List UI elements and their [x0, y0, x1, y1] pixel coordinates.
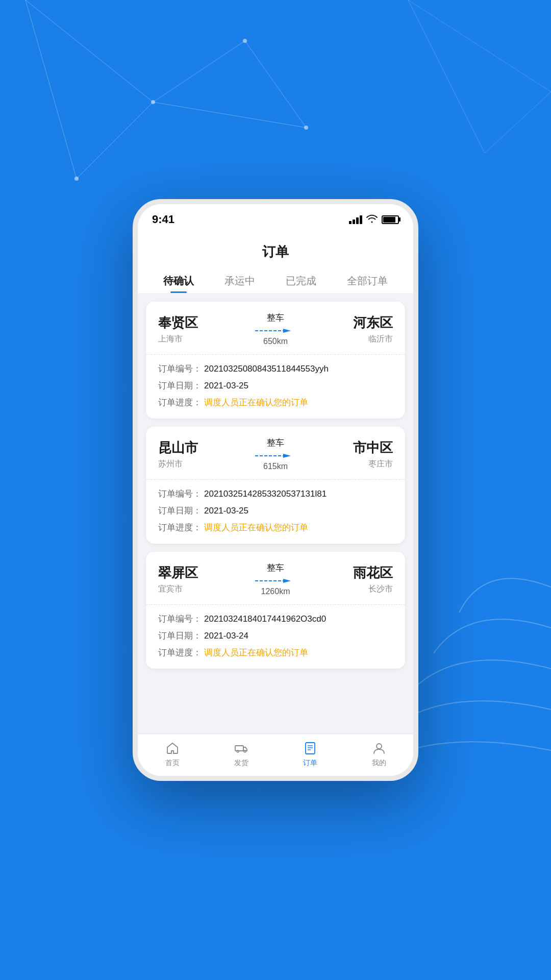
order-card-3[interactable]: 翠屏区 宜宾市 整车 1260km: [146, 552, 405, 669]
svg-line-12: [408, 0, 485, 153]
svg-point-21: [244, 750, 246, 752]
card-route-3: 翠屏区 宜宾市 整车 1260km: [146, 552, 405, 605]
svg-line-11: [485, 92, 551, 153]
svg-point-9: [304, 126, 308, 130]
tab-all[interactable]: 全部订单: [341, 269, 394, 293]
bottom-nav: 首页 发货: [138, 733, 413, 776]
svg-line-10: [408, 0, 551, 92]
nav-home[interactable]: 首页: [138, 740, 207, 768]
order-card-1[interactable]: 奉贤区 上海市 整车 650km 河: [146, 302, 405, 419]
status-bar: 9:41: [138, 204, 413, 235]
tab-completed[interactable]: 已完成: [280, 269, 322, 293]
svg-point-7: [74, 177, 79, 181]
status-time: 9:41: [152, 213, 174, 226]
nav-ship-label: 发货: [234, 758, 248, 768]
svg-point-6: [151, 100, 155, 104]
order-card-2[interactable]: 昆山市 苏州市 整车 615km 市: [146, 427, 405, 544]
phone-shell: 9:41 订单: [133, 199, 418, 781]
order-no-row-2: 订单编号： 20210325142853320537131l81: [158, 488, 393, 500]
order-progress-row-3: 订单进度： 调度人员正在确认您的订单: [158, 647, 393, 658]
svg-marker-16: [283, 454, 291, 458]
route-middle-1: 整车 650km: [249, 312, 302, 346]
svg-line-2: [26, 0, 77, 179]
order-date-row-2: 订单日期： 2021-03-25: [158, 505, 393, 517]
order-date-row-1: 订单日期： 2021-03-25: [158, 380, 393, 391]
to-city-2: 市中区 枣庄市: [302, 439, 393, 470]
tab-pending[interactable]: 待确认: [157, 269, 200, 293]
profile-icon: [371, 740, 387, 756]
nav-orders[interactable]: 订单: [276, 740, 344, 768]
tab-in-transit[interactable]: 承运中: [218, 269, 261, 293]
content-area: 奉贤区 上海市 整车 650km 河: [138, 293, 413, 733]
tabs-container: 待确认 承运中 已完成 全部订单: [138, 269, 413, 293]
nav-profile-label: 我的: [372, 758, 386, 768]
card-route-1: 奉贤区 上海市 整车 650km 河: [146, 302, 405, 355]
svg-line-1: [77, 102, 153, 179]
from-city-1: 奉贤区 上海市: [158, 314, 249, 345]
order-progress-row-1: 订单进度： 调度人员正在确认您的订单: [158, 397, 393, 408]
svg-point-26: [377, 744, 382, 749]
battery-icon: [382, 215, 399, 224]
route-arrow-2: [255, 452, 296, 460]
svg-marker-18: [283, 579, 291, 583]
nav-profile[interactable]: 我的: [344, 740, 413, 768]
page-title: 订单: [138, 243, 413, 261]
signal-icon: [349, 215, 362, 224]
route-middle-3: 整车 1260km: [249, 562, 302, 596]
svg-line-3: [153, 41, 245, 102]
orders-icon: [302, 740, 318, 756]
to-city-1: 河东区 临沂市: [302, 314, 393, 345]
nav-home-label: 首页: [165, 758, 180, 768]
svg-point-8: [243, 39, 247, 43]
svg-line-0: [26, 0, 153, 102]
nav-ship[interactable]: 发货: [207, 740, 276, 768]
svg-rect-22: [306, 743, 315, 754]
from-city-3: 翠屏区 宜宾市: [158, 564, 249, 595]
wifi-icon: [366, 214, 378, 226]
from-city-2: 昆山市 苏州市: [158, 439, 249, 470]
status-icons: [349, 214, 399, 226]
route-middle-2: 整车 615km: [249, 437, 302, 471]
route-arrow-3: [255, 577, 296, 585]
card-details-1: 订单编号： 20210325080843511844553yyh 订单日期： 2…: [146, 355, 405, 419]
route-arrow-1: [255, 327, 296, 335]
svg-line-4: [245, 41, 306, 128]
order-no-row-1: 订单编号： 20210325080843511844553yyh: [158, 363, 393, 375]
truck-icon: [233, 740, 249, 756]
to-city-3: 雨花区 长沙市: [302, 564, 393, 595]
svg-marker-14: [283, 329, 291, 333]
order-progress-row-2: 订单进度： 调度人员正在确认您的订单: [158, 522, 393, 533]
svg-line-5: [153, 102, 306, 128]
card-details-3: 订单编号： 20210324184017441962O3cd0 订单日期： 20…: [146, 605, 405, 669]
order-no-row-3: 订单编号： 20210324184017441962O3cd0: [158, 613, 393, 625]
svg-rect-19: [235, 746, 243, 751]
app-screen: 订单 待确认 承运中 已完成 全部订单 奉贤区 上海市 整车: [138, 235, 413, 776]
page-header: 订单 待确认 承运中 已完成 全部订单: [138, 235, 413, 293]
home-icon: [164, 740, 181, 756]
card-route-2: 昆山市 苏州市 整车 615km 市: [146, 427, 405, 480]
card-details-2: 订单编号： 20210325142853320537131l81 订单日期： 2…: [146, 480, 405, 544]
order-date-row-3: 订单日期： 2021-03-24: [158, 630, 393, 642]
nav-orders-label: 订单: [303, 758, 317, 768]
svg-point-20: [237, 750, 239, 752]
